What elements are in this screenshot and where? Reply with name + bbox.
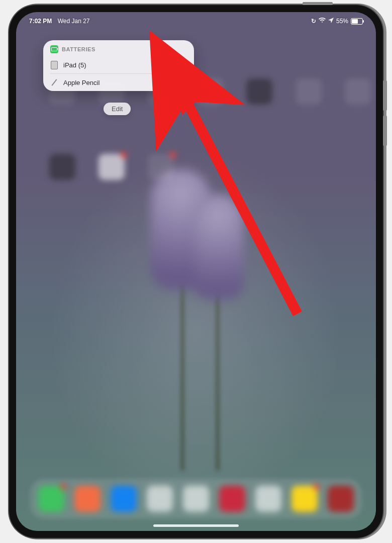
battery-row-pencil: Apple Pencil 100% ϟ (43, 74, 194, 91)
battery-app-icon (50, 45, 58, 53)
app-icon[interactable] (49, 154, 75, 180)
battery-level-icon (174, 61, 187, 68)
device-name: iPad (5) (63, 61, 158, 69)
battery-row-ipad: iPad (5) 55% (43, 56, 194, 73)
app-icon[interactable] (296, 78, 322, 105)
dock-app-icon[interactable] (74, 486, 101, 512)
dock-app-icon[interactable] (147, 486, 173, 512)
dock-app-icon[interactable] (111, 486, 137, 512)
app-icon[interactable] (345, 78, 371, 105)
status-battery-pct: 55% (336, 18, 348, 25)
battery-level-icon: ϟ (174, 79, 187, 86)
pencil-icon (50, 78, 58, 86)
edit-label: Edit (112, 105, 123, 113)
edit-button[interactable]: Edit (104, 103, 131, 115)
volume-down-button[interactable] (383, 116, 387, 146)
app-icon[interactable] (99, 154, 125, 180)
wifi-icon (319, 18, 326, 25)
battery-icon (351, 18, 363, 25)
app-icon[interactable] (197, 78, 223, 105)
ipad-frame: 7:02 PM Wed Jan 27 ↻ 55% (9, 5, 383, 538)
status-date: Wed Jan 27 (58, 18, 90, 25)
sync-icon: ↻ (311, 18, 316, 25)
location-icon (328, 18, 334, 25)
dock-app-icon[interactable] (219, 486, 245, 512)
ipad-icon (50, 61, 58, 69)
widget-title: BATTERIES (62, 46, 95, 52)
dock-app-icon[interactable] (291, 486, 318, 512)
app-icon[interactable] (148, 154, 174, 180)
dock-app-icon[interactable] (255, 486, 281, 512)
batteries-widget[interactable]: BATTERIES iPad (5) 55% Apple Pencil 100%… (43, 40, 194, 91)
status-bar: 7:02 PM Wed Jan 27 ↻ 55% (16, 15, 376, 27)
charging-icon: ϟ (178, 80, 181, 85)
volume-up-button[interactable] (383, 80, 387, 111)
dock-app-icon[interactable] (38, 486, 64, 512)
power-button[interactable] (303, 2, 333, 5)
home-icons-row (49, 154, 174, 180)
dock-app-icon[interactable] (183, 486, 209, 512)
device-pct: 55% (158, 61, 171, 69)
status-time: 7:02 PM (29, 18, 52, 25)
dock-app-icon[interactable] (328, 486, 354, 512)
device-pct: 100% (154, 79, 171, 86)
dock (30, 479, 362, 519)
home-indicator[interactable] (153, 524, 239, 527)
device-name: Apple Pencil (63, 79, 154, 86)
widget-header: BATTERIES (43, 40, 194, 56)
app-icon[interactable] (246, 78, 272, 105)
screen: 7:02 PM Wed Jan 27 ↻ 55% (16, 12, 376, 531)
